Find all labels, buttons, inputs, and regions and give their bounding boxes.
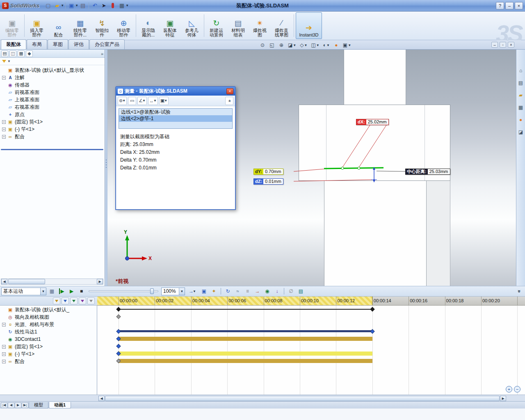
spring-button[interactable]: ≈ (233, 287, 242, 295)
minimize-button[interactable]: – (505, 2, 514, 9)
custom-properties-icon[interactable]: ◪ (517, 128, 524, 135)
motion-item-3dcontact[interactable]: ◉ 3DContact1 (0, 336, 97, 343)
doc-minimize-button[interactable]: – (491, 42, 498, 48)
select-cursor-button[interactable]: ➤ (99, 2, 108, 10)
expand-icon[interactable]: + (2, 352, 6, 356)
magnifier-icon[interactable]: ⊕ (277, 41, 285, 49)
calculate-button[interactable]: ▦ (48, 287, 56, 295)
animation-wizard-button[interactable]: ✦ (210, 287, 218, 295)
ribbon-linear-component-pattern[interactable]: ▦ 线性零 部件... (70, 12, 91, 39)
scroll-right-button[interactable]: ▶ (500, 396, 506, 401)
solidworks-resources-icon[interactable]: ⌂ (517, 67, 524, 74)
arc-circle-measure-button[interactable]: ⊚▼ (118, 97, 127, 105)
new-document-button[interactable]: ▢ (43, 2, 52, 10)
dy-callout[interactable]: dY: 0.70mm (253, 169, 283, 175)
motion-item-orientation[interactable]: ◎ 视向及相机视图 (0, 313, 97, 321)
print-button[interactable]: ▤ (78, 2, 87, 10)
dx-callout[interactable]: dX: 25.02mm (356, 119, 389, 125)
timeline-hscrollbar[interactable]: ◀ ▶ (98, 395, 506, 401)
measure-selection-list[interactable]: 边线<1>@装配体-试验 边线<2>@竿-1 (119, 108, 233, 129)
ribbon-move-component[interactable]: ⊕ 移动零 部件 (113, 12, 134, 39)
tab-model[interactable]: 模型 (29, 402, 48, 409)
filter-animated-button[interactable] (62, 297, 69, 304)
filter-results-button[interactable] (87, 297, 95, 304)
zoom-to-fit-icon[interactable]: ⊙ (258, 41, 267, 49)
timeline-ruler[interactable]: 00:00:0000:00:0200:00:0400:00:0600:00:08… (97, 297, 525, 306)
record-button[interactable] (108, 2, 117, 10)
view-orientation-icon[interactable]: ◇▼ (299, 41, 308, 49)
edit-appearance-icon[interactable]: ● (332, 41, 340, 49)
scrollbar-thumb[interactable] (8, 279, 45, 284)
ribbon-new-motion-study[interactable]: ↻ 新建运 动算例 (206, 12, 227, 39)
selection-item[interactable]: 边线<1>@装配体-试验 (119, 109, 232, 115)
ribbon-bill-of-materials[interactable]: ▤ 材料明 细表 (228, 12, 249, 39)
motion-item-lights[interactable]: + ¤ 光源、相机与布景 (0, 321, 97, 328)
timeline-change-bar[interactable] (119, 309, 372, 310)
expand-icon[interactable]: + (2, 360, 6, 363)
panel-hscrollbar[interactable]: ◀ ▶ (1, 278, 103, 285)
timeline-change-bar[interactable] (119, 330, 372, 332)
playback-mode-button[interactable]: →▼ (186, 287, 199, 295)
splitter-handle[interactable] (105, 160, 107, 168)
graphics-viewport[interactable]: Y X dX: 25.02mm dY: 0.70mm dZ: 0.01mm 中心… (107, 50, 516, 286)
undo-button[interactable]: ↶ (90, 2, 99, 10)
measurement-history-button[interactable]: ▣▼ (159, 97, 169, 105)
expand-icon[interactable]: + (2, 120, 6, 124)
stop-button[interactable]: ■ (77, 287, 86, 295)
units-button[interactable]: ▭ (128, 97, 136, 105)
force-button[interactable]: → (253, 287, 262, 295)
options-button[interactable]: ▦ (117, 2, 126, 10)
ribbon-show-hidden[interactable]: ◐ 显示隐 藏的... (138, 12, 159, 39)
scrollbar-thumb[interactable] (105, 396, 500, 401)
selection-item-selected[interactable]: 边线<2>@竿-1 (119, 115, 232, 122)
zoom-to-area-icon[interactable]: ◱ (268, 41, 276, 49)
close-button[interactable]: × (515, 2, 523, 9)
filter-none-button[interactable] (53, 297, 60, 304)
timebar-slider[interactable] (89, 288, 158, 295)
filter-funnel-icon[interactable] (2, 60, 6, 63)
dz-callout[interactable]: dZ: 0.01mm (253, 178, 283, 185)
motion-item-part-tube[interactable]: + ▣ (固定) 筒<1> (0, 343, 97, 350)
collapse-motionmanager-button[interactable]: » (515, 287, 524, 295)
tab-evaluate[interactable]: 评估 (68, 39, 89, 49)
measure-dialog[interactable]: ⊙ 测量 - 装配体-试验.SLDASM × ⊚▼ ▭ ∠▼ ↔▼ ▣▼ » 边… (115, 86, 236, 210)
expand-icon[interactable]: + (2, 128, 6, 131)
timeline-key-point[interactable] (116, 314, 121, 319)
ribbon-insert-components[interactable]: ▣ 插入零 部件 (26, 12, 47, 39)
doc-restore-button[interactable]: ▫ (500, 42, 506, 48)
play-button[interactable]: ▶ (67, 287, 76, 295)
tab-sketch[interactable]: 草图 (48, 39, 68, 49)
scroll-right-button[interactable]: ▶ (97, 279, 103, 284)
simulation-results-button[interactable]: ▤ (297, 287, 305, 295)
motion-item-mates[interactable]: + ∞ 配合 (0, 358, 97, 365)
study-type-combo[interactable]: 基本运动 ▼ (1, 288, 46, 295)
section-view-icon[interactable]: ◪▼ (287, 41, 297, 49)
point-to-point-button[interactable]: ↔▼ (148, 97, 158, 105)
scroll-last-button[interactable]: ▶| (22, 402, 28, 408)
damper-button[interactable]: ≡ (243, 287, 252, 295)
tree-item-part-tube[interactable]: + ▣ (固定) 筒<1> (0, 118, 105, 126)
apply-scene-icon[interactable]: ▣▼ (342, 41, 352, 49)
motion-item-root[interactable]: ▣ 装配体-试验 (默认<默认_ (0, 306, 97, 313)
tree-item-part-rod[interactable]: + ▣ (-) 竿<1> (0, 126, 105, 133)
help-button[interactable]: ? (496, 2, 504, 9)
play-from-start-button[interactable]: ▶ (57, 287, 66, 295)
filter-selected-button[interactable] (79, 297, 86, 304)
ribbon-instant3d[interactable]: ➔ Instant3D (296, 12, 322, 39)
propertymanager-tab[interactable]: ◫ (9, 50, 16, 57)
appearances-scenes-icon[interactable]: ● (517, 116, 524, 123)
tree-item-sensors[interactable]: ◉ 传感器 (0, 81, 105, 89)
tree-item-mates[interactable]: + ∞ 配合 (0, 133, 105, 140)
rollback-bar[interactable] (1, 149, 103, 150)
featuremanager-tree-tab[interactable]: ▤ (1, 50, 8, 57)
tree-item-root[interactable]: ▣ 装配体-试验 (默认<默认_显示状 (0, 66, 105, 74)
motor-button[interactable]: ↻ (224, 287, 232, 295)
slider-thumb[interactable] (150, 288, 154, 294)
save-button[interactable]: ▣ (67, 2, 76, 10)
scroll-left-button[interactable]: ◀ (1, 279, 7, 284)
expand-icon[interactable]: + (2, 323, 6, 326)
ribbon-edit-component[interactable]: ▣ 编辑零 部件 (2, 12, 23, 39)
scroll-prev-button[interactable]: ◀ (8, 402, 14, 408)
scroll-left-button[interactable]: ◀ (98, 396, 105, 401)
ribbon-exploded-view[interactable]: ✴ 爆炸视 图 (249, 12, 270, 39)
